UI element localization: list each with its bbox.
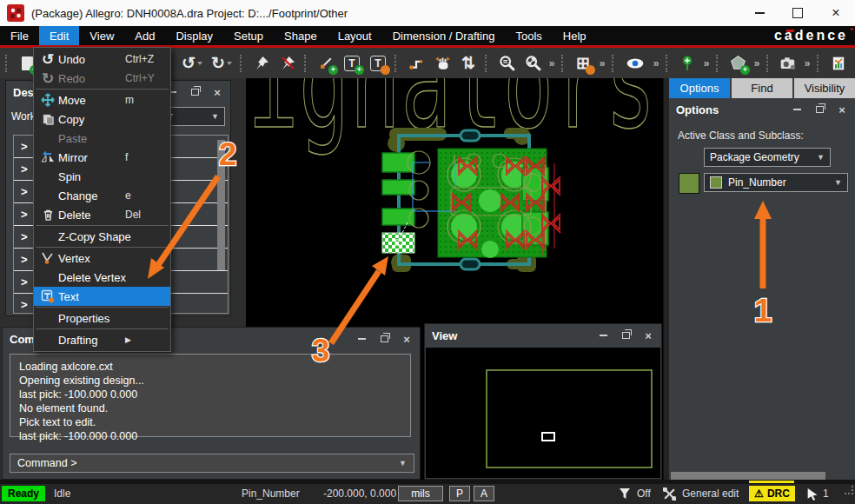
edit-menu-item-delete[interactable]: Delete Del <box>34 205 170 224</box>
tab-options[interactable]: Options <box>669 78 730 98</box>
menu-help[interactable]: Help <box>553 26 597 45</box>
tree-scrollbar[interactable] <box>217 140 225 270</box>
edit-menu-item-zcopy-shape[interactable]: Z-Copy Shape <box>34 227 170 246</box>
view-minimap[interactable] <box>426 348 660 478</box>
overflow-chevron[interactable]: » <box>597 57 607 70</box>
subclass-dropdown[interactable]: Pin_Number ▼ <box>704 173 848 192</box>
shape-add-button[interactable]: + <box>726 52 750 75</box>
redo-button[interactable]: ↻ <box>208 52 235 75</box>
edit-menu-item-mirror[interactable]: Mirror f <box>34 148 170 167</box>
pick-pointer <box>806 486 819 501</box>
overflow-chevron[interactable]: » <box>547 57 557 70</box>
panel-minimize-icon[interactable] <box>597 329 609 342</box>
a-button[interactable]: A <box>474 486 494 501</box>
menu-edit[interactable]: Edit <box>39 26 79 45</box>
view-window-header: View × <box>425 324 661 347</box>
overflow-chevron[interactable]: » <box>802 57 812 70</box>
panel-float-icon[interactable] <box>189 86 201 98</box>
maximize-button[interactable] <box>779 0 817 26</box>
add-line-button[interactable]: + <box>314 52 338 75</box>
tab-find[interactable]: Find <box>732 78 792 98</box>
zoom-by-points-button[interactable] <box>494 52 519 75</box>
menu-view[interactable]: View <box>79 26 124 45</box>
unpin-button[interactable] <box>275 52 300 75</box>
panel-float-icon[interactable] <box>813 103 825 116</box>
add-pin-icon <box>679 56 695 71</box>
edit-menu-item-move[interactable]: Move m <box>34 90 170 109</box>
p-button[interactable]: P <box>449 486 470 501</box>
toolbar-separator <box>612 55 617 72</box>
menu-add[interactable]: Add <box>124 26 165 45</box>
plus-badge-icon: + <box>740 65 750 75</box>
panel-float-icon[interactable] <box>620 329 632 342</box>
edit-menu-item-redo[interactable]: ↻ Redo Ctrl+Y <box>34 69 170 88</box>
subclass-color-swatch[interactable] <box>679 173 699 194</box>
pin-button[interactable] <box>249 52 274 75</box>
camera-gear-icon <box>779 56 797 71</box>
overflow-chevron[interactable]: » <box>651 57 661 70</box>
menu-tools[interactable]: Tools <box>505 26 552 45</box>
undo-dropdown-icon[interactable] <box>197 62 202 65</box>
refdes-big-text: ignators <box>248 78 656 157</box>
view-window: View × <box>424 323 662 480</box>
menu-dimension-drafting[interactable]: Dimension / Drafting <box>382 26 506 45</box>
filter-button[interactable] <box>619 486 631 501</box>
redo-dropdown-icon[interactable] <box>227 62 232 65</box>
toolbar-separator <box>240 55 245 72</box>
panel-minimize-icon[interactable] <box>791 103 803 116</box>
slide-button[interactable] <box>430 52 454 75</box>
grid-toggle-button[interactable]: ⊞ <box>571 52 595 75</box>
drc-button[interactable]: ⚠ DRC <box>749 486 795 501</box>
add-connect-button[interactable] <box>404 52 428 75</box>
swap-button[interactable]: ⇅ <box>456 52 481 75</box>
edit-menu-item-text[interactable]: Text <box>34 287 170 306</box>
command-log[interactable]: Loading axlcore.cxt Opening existing des… <box>10 354 411 437</box>
command-input[interactable]: Command > ▼ <box>10 454 414 473</box>
edit-mode-button[interactable] <box>663 486 676 501</box>
edit-menu-item-drafting[interactable]: Drafting ▶ <box>34 330 170 349</box>
menu-display[interactable]: Display <box>165 26 223 45</box>
overflow-chevron[interactable]: » <box>701 57 712 70</box>
class-dropdown[interactable]: Package Geometry ▼ <box>704 148 831 167</box>
panel-close-icon[interactable]: × <box>642 329 654 342</box>
edit-menu-item-spin[interactable]: Spin <box>34 167 170 186</box>
tab-visibility[interactable]: Visibility <box>794 78 855 98</box>
add-pin-button[interactable] <box>675 52 699 75</box>
zoom-fit-button[interactable] <box>520 52 545 75</box>
edit-text-button[interactable]: T <box>366 52 390 75</box>
edit-menu-item-vertex[interactable]: Vertex <box>34 249 170 268</box>
minimize-button[interactable] <box>740 0 779 26</box>
chevron-down-icon: ▼ <box>834 178 842 187</box>
edit-menu-item-paste[interactable]: Paste <box>34 129 170 148</box>
undo-button[interactable]: ↺ <box>178 52 206 75</box>
edit-menu-item-delete-vertex[interactable]: Delete Vertex <box>34 268 170 287</box>
overflow-chevron[interactable]: » <box>752 57 762 70</box>
menu-setup[interactable]: Setup <box>223 26 274 45</box>
close-button[interactable]: × <box>817 0 855 26</box>
edit-menu-item-copy[interactable]: Copy <box>34 109 170 129</box>
panel-minimize-icon[interactable] <box>355 333 368 345</box>
options-scrollbar[interactable] <box>671 472 825 480</box>
menu-item-label: Change <box>58 189 125 202</box>
units-button[interactable]: mils <box>398 486 443 501</box>
menu-shape[interactable]: Shape <box>274 26 328 45</box>
panel-float-icon[interactable] <box>378 333 390 345</box>
panel-close-icon[interactable]: × <box>401 333 413 345</box>
drawing-extents <box>487 370 652 468</box>
capture-settings-button[interactable] <box>776 52 800 75</box>
resize-grip[interactable] <box>845 486 853 494</box>
edit-menu-item-undo[interactable]: ↺ Undo Ctrl+Z <box>34 50 170 69</box>
pin-icon <box>255 56 269 70</box>
menu-file[interactable]: File <box>0 26 39 45</box>
reports-button[interactable] <box>826 52 851 75</box>
subclass-swatch-icon <box>710 176 722 189</box>
panel-close-icon[interactable]: × <box>211 86 223 98</box>
undo-icon: ↺ <box>182 55 196 71</box>
menu-layout[interactable]: Layout <box>328 26 382 45</box>
panel-close-icon[interactable]: × <box>836 103 848 116</box>
edit-menu-item-change[interactable]: Change e <box>34 186 170 205</box>
edit-menu-item-properties[interactable]: Properties <box>34 308 170 328</box>
add-text-button[interactable]: T + <box>340 52 364 75</box>
color-visibility-button[interactable] <box>621 52 649 75</box>
toolbar-handle[interactable] <box>5 55 10 72</box>
